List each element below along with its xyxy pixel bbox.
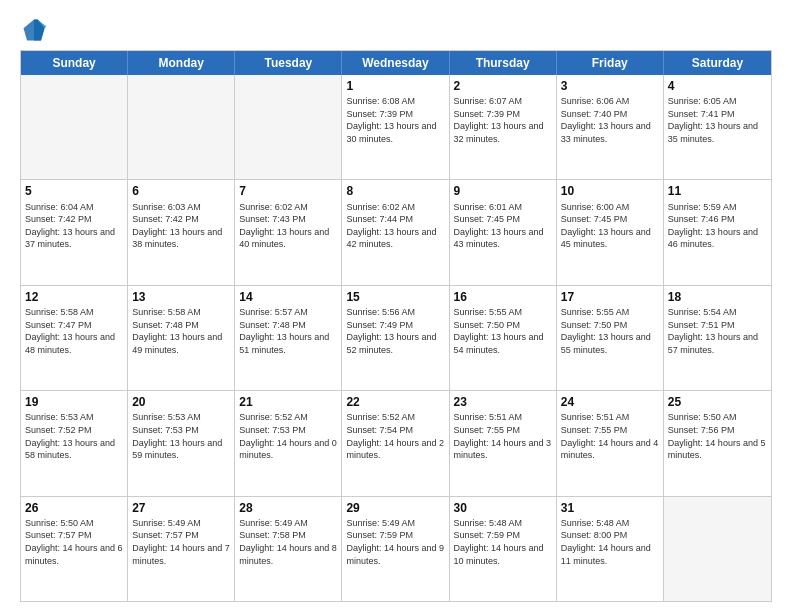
day-number: 17 — [561, 289, 659, 305]
header-day-sunday: Sunday — [21, 51, 128, 75]
calendar-cell-day-13: 13Sunrise: 5:58 AM Sunset: 7:48 PM Dayli… — [128, 286, 235, 390]
cell-sun-info: Sunrise: 5:52 AM Sunset: 7:53 PM Dayligh… — [239, 411, 337, 461]
cell-sun-info: Sunrise: 5:51 AM Sunset: 7:55 PM Dayligh… — [561, 411, 659, 461]
cell-sun-info: Sunrise: 5:48 AM Sunset: 7:59 PM Dayligh… — [454, 517, 552, 567]
cell-sun-info: Sunrise: 5:48 AM Sunset: 8:00 PM Dayligh… — [561, 517, 659, 567]
calendar-cell-day-11: 11Sunrise: 5:59 AM Sunset: 7:46 PM Dayli… — [664, 180, 771, 284]
cell-sun-info: Sunrise: 5:53 AM Sunset: 7:52 PM Dayligh… — [25, 411, 123, 461]
cell-sun-info: Sunrise: 6:06 AM Sunset: 7:40 PM Dayligh… — [561, 95, 659, 145]
cell-sun-info: Sunrise: 5:50 AM Sunset: 7:56 PM Dayligh… — [668, 411, 767, 461]
calendar-cell-day-7: 7Sunrise: 6:02 AM Sunset: 7:43 PM Daylig… — [235, 180, 342, 284]
day-number: 20 — [132, 394, 230, 410]
cell-sun-info: Sunrise: 5:55 AM Sunset: 7:50 PM Dayligh… — [561, 306, 659, 356]
day-number: 1 — [346, 78, 444, 94]
calendar-cell-day-12: 12Sunrise: 5:58 AM Sunset: 7:47 PM Dayli… — [21, 286, 128, 390]
cell-sun-info: Sunrise: 5:55 AM Sunset: 7:50 PM Dayligh… — [454, 306, 552, 356]
header-day-tuesday: Tuesday — [235, 51, 342, 75]
calendar-cell-empty — [21, 75, 128, 179]
cell-sun-info: Sunrise: 5:58 AM Sunset: 7:47 PM Dayligh… — [25, 306, 123, 356]
calendar-cell-day-23: 23Sunrise: 5:51 AM Sunset: 7:55 PM Dayli… — [450, 391, 557, 495]
cell-sun-info: Sunrise: 5:53 AM Sunset: 7:53 PM Dayligh… — [132, 411, 230, 461]
calendar-cell-day-15: 15Sunrise: 5:56 AM Sunset: 7:49 PM Dayli… — [342, 286, 449, 390]
day-number: 15 — [346, 289, 444, 305]
calendar-cell-day-18: 18Sunrise: 5:54 AM Sunset: 7:51 PM Dayli… — [664, 286, 771, 390]
cell-sun-info: Sunrise: 5:58 AM Sunset: 7:48 PM Dayligh… — [132, 306, 230, 356]
calendar-cell-day-25: 25Sunrise: 5:50 AM Sunset: 7:56 PM Dayli… — [664, 391, 771, 495]
calendar-cell-day-31: 31Sunrise: 5:48 AM Sunset: 8:00 PM Dayli… — [557, 497, 664, 601]
cell-sun-info: Sunrise: 6:05 AM Sunset: 7:41 PM Dayligh… — [668, 95, 767, 145]
cell-sun-info: Sunrise: 5:49 AM Sunset: 7:59 PM Dayligh… — [346, 517, 444, 567]
header-day-thursday: Thursday — [450, 51, 557, 75]
day-number: 9 — [454, 183, 552, 199]
day-number: 12 — [25, 289, 123, 305]
cell-sun-info: Sunrise: 6:02 AM Sunset: 7:43 PM Dayligh… — [239, 201, 337, 251]
logo-icon — [20, 16, 48, 44]
cell-sun-info: Sunrise: 5:50 AM Sunset: 7:57 PM Dayligh… — [25, 517, 123, 567]
calendar-cell-day-20: 20Sunrise: 5:53 AM Sunset: 7:53 PM Dayli… — [128, 391, 235, 495]
cell-sun-info: Sunrise: 6:04 AM Sunset: 7:42 PM Dayligh… — [25, 201, 123, 251]
day-number: 28 — [239, 500, 337, 516]
calendar-cell-empty — [128, 75, 235, 179]
cell-sun-info: Sunrise: 5:52 AM Sunset: 7:54 PM Dayligh… — [346, 411, 444, 461]
cell-sun-info: Sunrise: 5:49 AM Sunset: 7:58 PM Dayligh… — [239, 517, 337, 567]
calendar-cell-day-6: 6Sunrise: 6:03 AM Sunset: 7:42 PM Daylig… — [128, 180, 235, 284]
header-day-monday: Monday — [128, 51, 235, 75]
calendar-cell-day-14: 14Sunrise: 5:57 AM Sunset: 7:48 PM Dayli… — [235, 286, 342, 390]
day-number: 26 — [25, 500, 123, 516]
calendar-row-1: 5Sunrise: 6:04 AM Sunset: 7:42 PM Daylig… — [21, 179, 771, 284]
header-day-saturday: Saturday — [664, 51, 771, 75]
calendar-cell-day-17: 17Sunrise: 5:55 AM Sunset: 7:50 PM Dayli… — [557, 286, 664, 390]
cell-sun-info: Sunrise: 6:03 AM Sunset: 7:42 PM Dayligh… — [132, 201, 230, 251]
day-number: 31 — [561, 500, 659, 516]
calendar-cell-day-21: 21Sunrise: 5:52 AM Sunset: 7:53 PM Dayli… — [235, 391, 342, 495]
day-number: 22 — [346, 394, 444, 410]
calendar-row-4: 26Sunrise: 5:50 AM Sunset: 7:57 PM Dayli… — [21, 496, 771, 601]
day-number: 21 — [239, 394, 337, 410]
cell-sun-info: Sunrise: 5:54 AM Sunset: 7:51 PM Dayligh… — [668, 306, 767, 356]
day-number: 30 — [454, 500, 552, 516]
header-day-friday: Friday — [557, 51, 664, 75]
day-number: 27 — [132, 500, 230, 516]
calendar-cell-day-29: 29Sunrise: 5:49 AM Sunset: 7:59 PM Dayli… — [342, 497, 449, 601]
cell-sun-info: Sunrise: 6:00 AM Sunset: 7:45 PM Dayligh… — [561, 201, 659, 251]
cell-sun-info: Sunrise: 5:51 AM Sunset: 7:55 PM Dayligh… — [454, 411, 552, 461]
day-number: 13 — [132, 289, 230, 305]
day-number: 3 — [561, 78, 659, 94]
cell-sun-info: Sunrise: 6:02 AM Sunset: 7:44 PM Dayligh… — [346, 201, 444, 251]
day-number: 19 — [25, 394, 123, 410]
calendar-cell-day-24: 24Sunrise: 5:51 AM Sunset: 7:55 PM Dayli… — [557, 391, 664, 495]
calendar-row-3: 19Sunrise: 5:53 AM Sunset: 7:52 PM Dayli… — [21, 390, 771, 495]
calendar-cell-day-26: 26Sunrise: 5:50 AM Sunset: 7:57 PM Dayli… — [21, 497, 128, 601]
svg-marker-2 — [34, 20, 45, 41]
cell-sun-info: Sunrise: 6:01 AM Sunset: 7:45 PM Dayligh… — [454, 201, 552, 251]
calendar-cell-day-2: 2Sunrise: 6:07 AM Sunset: 7:39 PM Daylig… — [450, 75, 557, 179]
calendar-cell-day-16: 16Sunrise: 5:55 AM Sunset: 7:50 PM Dayli… — [450, 286, 557, 390]
calendar: SundayMondayTuesdayWednesdayThursdayFrid… — [20, 50, 772, 602]
calendar-cell-day-1: 1Sunrise: 6:08 AM Sunset: 7:39 PM Daylig… — [342, 75, 449, 179]
day-number: 14 — [239, 289, 337, 305]
calendar-cell-day-9: 9Sunrise: 6:01 AM Sunset: 7:45 PM Daylig… — [450, 180, 557, 284]
day-number: 18 — [668, 289, 767, 305]
calendar-body: 1Sunrise: 6:08 AM Sunset: 7:39 PM Daylig… — [21, 75, 771, 601]
calendar-cell-day-10: 10Sunrise: 6:00 AM Sunset: 7:45 PM Dayli… — [557, 180, 664, 284]
calendar-cell-day-19: 19Sunrise: 5:53 AM Sunset: 7:52 PM Dayli… — [21, 391, 128, 495]
day-number: 11 — [668, 183, 767, 199]
cell-sun-info: Sunrise: 5:59 AM Sunset: 7:46 PM Dayligh… — [668, 201, 767, 251]
cell-sun-info: Sunrise: 5:56 AM Sunset: 7:49 PM Dayligh… — [346, 306, 444, 356]
day-number: 29 — [346, 500, 444, 516]
calendar-cell-empty — [235, 75, 342, 179]
cell-sun-info: Sunrise: 6:08 AM Sunset: 7:39 PM Dayligh… — [346, 95, 444, 145]
calendar-cell-day-8: 8Sunrise: 6:02 AM Sunset: 7:44 PM Daylig… — [342, 180, 449, 284]
calendar-cell-day-5: 5Sunrise: 6:04 AM Sunset: 7:42 PM Daylig… — [21, 180, 128, 284]
cell-sun-info: Sunrise: 5:57 AM Sunset: 7:48 PM Dayligh… — [239, 306, 337, 356]
calendar-header: SundayMondayTuesdayWednesdayThursdayFrid… — [21, 51, 771, 75]
calendar-cell-day-27: 27Sunrise: 5:49 AM Sunset: 7:57 PM Dayli… — [128, 497, 235, 601]
cell-sun-info: Sunrise: 6:07 AM Sunset: 7:39 PM Dayligh… — [454, 95, 552, 145]
day-number: 24 — [561, 394, 659, 410]
day-number: 7 — [239, 183, 337, 199]
calendar-row-2: 12Sunrise: 5:58 AM Sunset: 7:47 PM Dayli… — [21, 285, 771, 390]
header — [20, 16, 772, 44]
calendar-cell-day-22: 22Sunrise: 5:52 AM Sunset: 7:54 PM Dayli… — [342, 391, 449, 495]
day-number: 25 — [668, 394, 767, 410]
page: SundayMondayTuesdayWednesdayThursdayFrid… — [0, 0, 792, 612]
